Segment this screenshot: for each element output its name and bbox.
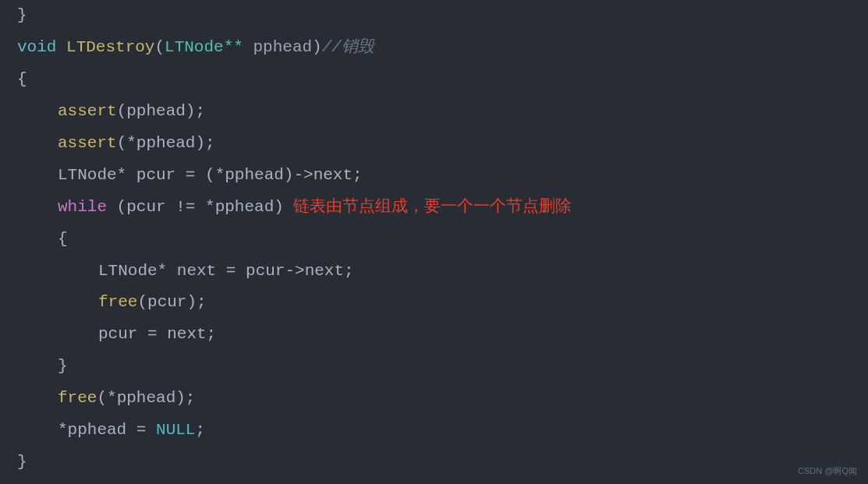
watermark: CSDN @啊Q闻	[798, 463, 857, 479]
brace: }	[58, 357, 68, 375]
code-line: free(pcur);	[17, 287, 851, 319]
code-line: while (pcur != *pphead) 链表由节点组成，要一个一个节点删…	[17, 192, 851, 224]
type-name: LTNode**	[165, 38, 253, 56]
keyword-while: while	[58, 198, 107, 216]
annotation-note: 链表由节点组成，要一个一个节点删除	[284, 198, 572, 216]
keyword-free: free	[58, 389, 97, 407]
param-name: pphead	[253, 38, 312, 56]
code-line: }	[17, 447, 851, 479]
keyword-assert: assert	[58, 102, 117, 120]
declaration: LTNode* pcur = (*pphead)->next;	[58, 166, 363, 184]
args: (*pphead);	[117, 134, 215, 152]
code-line: {	[17, 224, 851, 256]
brace: {	[17, 70, 27, 88]
paren: )	[312, 38, 322, 56]
condition: (pcur != *pphead)	[107, 198, 284, 216]
brace: }	[17, 6, 27, 24]
code-line: }	[17, 0, 851, 32]
code-line: assert(*pphead);	[17, 128, 851, 160]
code-line: {	[17, 64, 851, 96]
brace: }	[17, 453, 27, 471]
keyword-assert: assert	[58, 134, 117, 152]
function-name: LTDestroy	[56, 38, 154, 56]
code-line: free(*pphead);	[17, 383, 851, 415]
code-line: pcur = next;	[17, 319, 851, 351]
null-literal: NULL	[156, 421, 195, 439]
assignment: pcur = next;	[98, 325, 216, 343]
comment: //销毁	[322, 38, 374, 56]
assignment-pre: *pphead =	[58, 421, 156, 439]
code-line: LTNode* pcur = (*pphead)->next;	[17, 160, 851, 192]
brace: {	[58, 230, 68, 248]
code-line: assert(pphead);	[17, 96, 851, 128]
code-line: void LTDestroy(LTNode** pphead)//销毁	[17, 32, 851, 64]
keyword-void: void	[17, 38, 56, 56]
code-block: } void LTDestroy(LTNode** pphead)//销毁 { …	[0, 0, 868, 479]
args: (pphead);	[117, 102, 205, 120]
semicolon: ;	[195, 421, 205, 439]
args: (*pphead);	[97, 389, 195, 407]
declaration: LTNode* next = pcur->next;	[98, 262, 354, 280]
keyword-free: free	[98, 293, 137, 311]
args: (pcur);	[137, 293, 206, 311]
paren: (	[154, 38, 165, 56]
code-line: LTNode* next = pcur->next;	[17, 256, 851, 288]
code-line: }	[17, 351, 851, 383]
code-line: *pphead = NULL;	[17, 415, 851, 447]
